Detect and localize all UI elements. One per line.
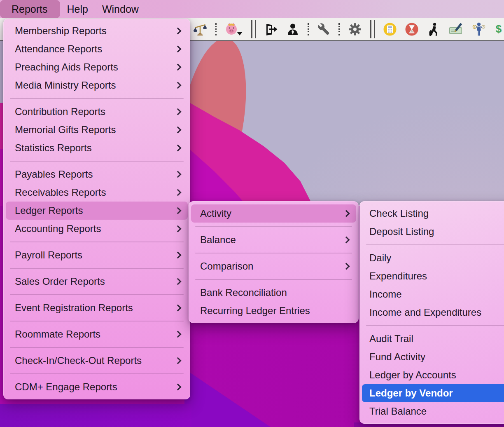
menu-separator — [10, 161, 184, 162]
menu-separator — [366, 325, 504, 326]
chevron-right-icon — [175, 252, 182, 259]
chevron-right-icon — [175, 225, 182, 232]
calculator-icon[interactable] — [383, 22, 397, 36]
menu-item-deposit-listing[interactable]: Deposit Listing — [362, 223, 504, 241]
menu-separator — [195, 253, 352, 253]
hourglass-icon[interactable] — [405, 22, 419, 36]
menu-item-membership-reports[interactable]: Membership Reports — [6, 22, 188, 40]
menu-bar: Reports Help Window — [0, 0, 504, 18]
exit-door-icon[interactable] — [264, 22, 278, 36]
payroll-person-icon[interactable]: $ — [471, 21, 487, 37]
menu-item-sales-order-reports[interactable]: Sales Order Reports — [6, 272, 188, 291]
toolbar-double-divider — [370, 20, 375, 38]
menu-item-comparison[interactable]: Comparison — [191, 257, 356, 275]
chevron-right-icon — [343, 237, 350, 244]
user-icon[interactable] — [286, 22, 300, 36]
menu-separator — [10, 373, 184, 374]
menu-item-ledger-reports[interactable]: Ledger Reports — [6, 202, 188, 220]
menu-separator — [10, 294, 184, 295]
chevron-right-icon — [175, 28, 182, 35]
menubar-item-help[interactable]: Help — [60, 0, 95, 18]
wallpaper-corner-left — [0, 404, 191, 427]
menu-separator — [195, 279, 352, 280]
menu-item-memorial-gifts-reports[interactable]: Memorial Gifts Reports — [6, 121, 188, 139]
chevron-right-icon — [175, 46, 182, 53]
menu-separator — [366, 244, 504, 245]
activity-submenu: Check Listing Deposit Listing Daily Expe… — [359, 201, 504, 424]
chevron-right-icon — [343, 210, 350, 217]
menu-item-check-in-check-out-reports[interactable]: Check-In/Check-Out Reports — [6, 352, 188, 370]
menu-item-statistics-reports[interactable]: Statistics Reports — [6, 139, 188, 157]
menubar-item-window[interactable]: Window — [95, 0, 146, 18]
chevron-right-icon — [175, 357, 182, 364]
menu-separator — [10, 268, 184, 269]
menu-item-daily[interactable]: Daily — [362, 249, 504, 267]
chevron-right-icon — [175, 278, 182, 285]
menu-item-ledger-by-vendor[interactable]: Ledger by Vendor — [362, 384, 504, 402]
menu-item-expenditures[interactable]: Expenditures — [362, 267, 504, 285]
menubar-item-reports[interactable]: Reports — [0, 0, 60, 18]
menu-item-income-and-expenditures[interactable]: Income and Expenditures — [362, 303, 504, 321]
menu-item-payroll-reports[interactable]: Payroll Reports — [6, 246, 188, 264]
menu-item-cdm-engage-reports[interactable]: CDM+ Engage Reports — [6, 378, 188, 396]
menu-item-event-registration-reports[interactable]: Event Registration Reports — [6, 299, 188, 317]
piggy-bank-icon[interactable] — [224, 22, 243, 37]
chevron-right-icon — [175, 145, 182, 152]
menu-separator — [10, 347, 184, 348]
balance-scale-icon[interactable] — [193, 22, 208, 37]
menu-item-trial-balance[interactable]: Trial Balance — [362, 402, 504, 420]
menu-item-preaching-aids-reports[interactable]: Preaching Aids Reports — [6, 58, 188, 76]
menu-item-contribution-reports[interactable]: Contribution Reports — [6, 103, 188, 121]
menu-item-attendance-reports[interactable]: Attendance Reports — [6, 40, 188, 58]
toolbar-dotted-divider — [308, 23, 309, 35]
chevron-right-icon — [175, 384, 182, 391]
reports-menu: Membership Reports Attendance Reports Pr… — [3, 19, 190, 399]
chevron-right-icon — [175, 82, 182, 89]
chevron-right-icon — [175, 305, 182, 312]
chevron-right-icon — [175, 108, 182, 115]
menu-item-accounting-reports[interactable]: Accounting Reports — [6, 220, 188, 238]
menu-separator — [10, 98, 184, 99]
menu-item-ledger-by-accounts[interactable]: Ledger by Accounts — [362, 366, 504, 384]
chevron-right-icon — [175, 331, 182, 338]
menu-item-recurring-ledger-entries[interactable]: Recurring Ledger Entries — [191, 302, 356, 320]
ledger-reports-submenu: Activity Balance Comparison Bank Reconci… — [189, 201, 359, 323]
menu-item-media-ministry-reports[interactable]: Media Ministry Reports — [6, 76, 188, 94]
menu-item-payables-reports[interactable]: Payables Reports — [6, 165, 188, 183]
gear-icon[interactable] — [348, 22, 362, 37]
menu-item-bank-reconciliation[interactable]: Bank Reconciliation — [191, 284, 356, 302]
toolbar-dotted-divider — [338, 23, 340, 35]
chevron-right-icon — [175, 189, 182, 196]
menu-item-roommate-reports[interactable]: Roommate Reports — [6, 325, 188, 343]
menu-item-activity[interactable]: Activity — [191, 204, 356, 223]
screen: { "colors": { "selection_blue": "#2c67e4… — [0, 0, 504, 427]
menu-item-balance[interactable]: Balance — [191, 231, 356, 249]
menu-item-check-listing[interactable]: Check Listing — [362, 204, 504, 223]
chevron-right-icon — [175, 64, 182, 71]
chevron-right-icon — [343, 263, 350, 270]
svg-text:$: $ — [474, 25, 476, 28]
dollar-icon[interactable]: $ — [495, 23, 503, 35]
chevron-right-icon — [175, 207, 182, 214]
menu-separator — [195, 226, 352, 227]
menu-item-income[interactable]: Income — [362, 285, 504, 303]
menu-item-audit-trail[interactable]: Audit Trail — [362, 330, 504, 348]
menu-item-fund-activity[interactable]: Fund Activity — [362, 348, 504, 366]
chevron-right-icon — [175, 127, 182, 134]
chevron-right-icon — [175, 171, 182, 178]
menu-separator — [10, 321, 184, 321]
menu-item-receivables-reports[interactable]: Receivables Reports — [6, 183, 188, 202]
toolbar-dotted-divider — [215, 23, 217, 35]
traveler-icon[interactable] — [427, 22, 441, 36]
menu-separator — [10, 242, 184, 242]
wrench-icon[interactable] — [317, 22, 331, 36]
check-writing-icon[interactable] — [448, 22, 463, 37]
toolbar-double-divider — [251, 20, 256, 38]
